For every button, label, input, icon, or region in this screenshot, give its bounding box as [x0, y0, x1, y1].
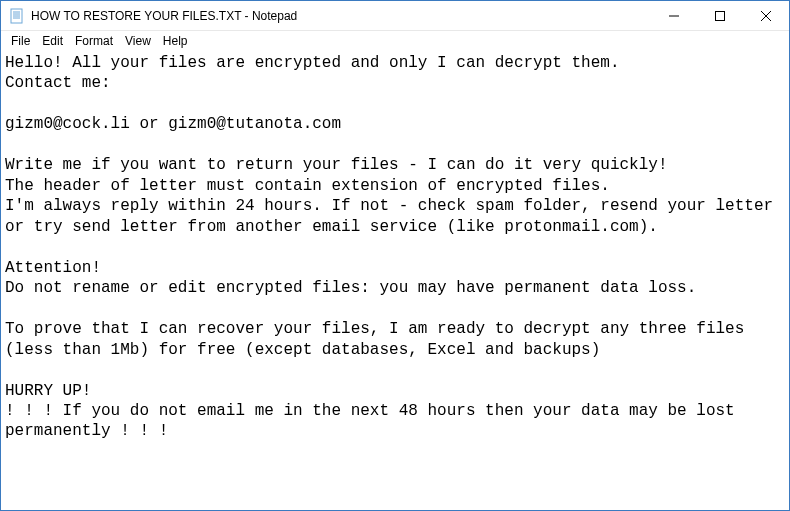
menu-edit[interactable]: Edit [36, 32, 69, 50]
menu-help[interactable]: Help [157, 32, 194, 50]
menubar: File Edit Format View Help [1, 31, 789, 51]
maximize-button[interactable] [697, 1, 743, 30]
notepad-window: HOW TO RESTORE YOUR FILES.TXT - Notepad … [0, 0, 790, 511]
menu-view[interactable]: View [119, 32, 157, 50]
menu-format[interactable]: Format [69, 32, 119, 50]
minimize-button[interactable] [651, 1, 697, 30]
notepad-icon [9, 8, 25, 24]
titlebar: HOW TO RESTORE YOUR FILES.TXT - Notepad [1, 1, 789, 31]
svg-rect-6 [716, 11, 725, 20]
menu-file[interactable]: File [5, 32, 36, 50]
close-button[interactable] [743, 1, 789, 30]
window-controls [651, 1, 789, 30]
window-title: HOW TO RESTORE YOUR FILES.TXT - Notepad [31, 9, 651, 23]
text-content[interactable]: Hello! All your files are encrypted and … [1, 51, 789, 510]
